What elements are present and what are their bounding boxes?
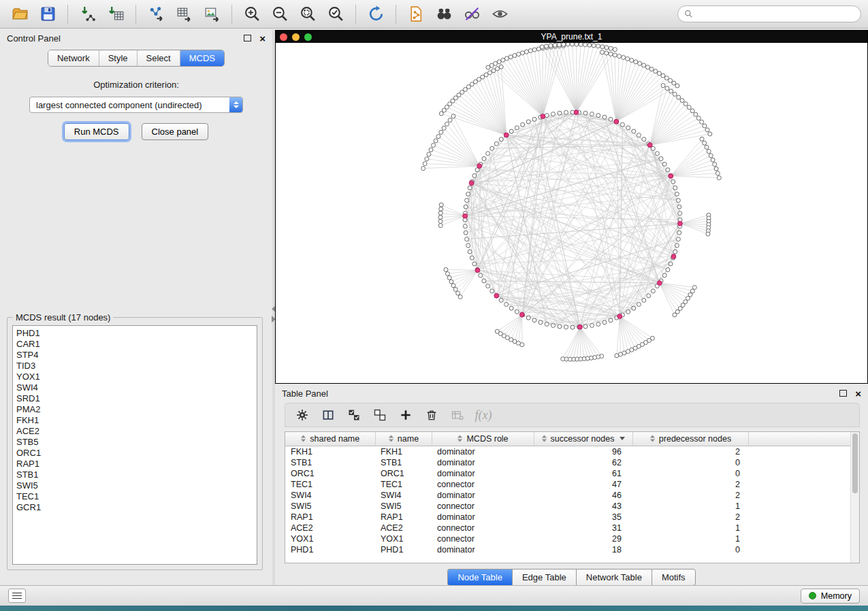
mcds-result-item[interactable]: SWI5 <box>16 480 253 491</box>
minimize-window-button[interactable] <box>292 33 300 41</box>
float-table-panel-button[interactable] <box>839 390 847 397</box>
tab-network-table[interactable]: Network Table <box>576 569 652 586</box>
mcds-result-item[interactable]: GCR1 <box>16 502 253 513</box>
import-network-button[interactable] <box>75 3 101 26</box>
right-area: YPA_prune.txt_1 Table Panel × <box>275 30 868 585</box>
tab-select[interactable]: Select <box>138 50 180 66</box>
table-cell-shared-name: ORC1 <box>285 468 375 479</box>
mcds-result-item[interactable]: ACE2 <box>16 426 253 437</box>
table-cell-filler <box>748 468 859 479</box>
table-settings-button[interactable] <box>292 405 312 425</box>
import-table-button[interactable] <box>103 3 129 26</box>
export-image-button[interactable] <box>199 3 225 26</box>
clone-network-button[interactable] <box>403 3 429 26</box>
close-window-button[interactable] <box>280 33 287 41</box>
close-panel-icon-button[interactable]: × <box>259 33 266 44</box>
table-row[interactable]: ORC1ORC1dominator610 <box>285 468 859 479</box>
zoom-out-button[interactable] <box>267 3 293 26</box>
table-scrollbar[interactable] <box>850 432 859 563</box>
criterion-dropdown[interactable]: largest connected component (undirected) <box>29 97 243 113</box>
network-canvas[interactable] <box>276 43 867 383</box>
table-cell-name: STB1 <box>375 457 432 468</box>
table-row[interactable]: SWI5SWI5connector431 <box>285 501 859 512</box>
mcds-result-item[interactable]: PHD1 <box>16 328 253 339</box>
tab-network[interactable]: Network <box>48 50 99 66</box>
column-header-shared-name[interactable]: shared name <box>285 432 375 446</box>
show-hide-graphics-button[interactable] <box>487 3 513 26</box>
toggle-graphics-details-button[interactable] <box>459 3 485 26</box>
deselect-all-icon <box>373 408 387 422</box>
tab-style[interactable]: Style <box>99 50 138 66</box>
function-builder-button[interactable]: f(x) <box>473 405 494 425</box>
mcds-result-item[interactable]: TEC1 <box>16 491 253 502</box>
menu-lines-icon <box>12 593 22 594</box>
first-neighbors-button[interactable] <box>431 3 457 26</box>
tab-edge-table[interactable]: Edge Table <box>512 569 576 586</box>
delete-column-button[interactable] <box>421 405 442 425</box>
save-session-button[interactable] <box>35 3 61 26</box>
close-table-panel-button[interactable]: × <box>855 389 861 399</box>
column-header-successor-nodes[interactable]: successor nodes <box>534 432 632 446</box>
search-input[interactable] <box>696 10 854 19</box>
tab-mcds[interactable]: MCDS <box>180 50 224 66</box>
table-scrollbar-thumb[interactable] <box>852 433 858 493</box>
table-cell-filler <box>748 479 859 490</box>
zoom-window-button[interactable] <box>304 33 312 41</box>
network-graph[interactable] <box>276 43 867 383</box>
table-row[interactable]: FKH1FKH1dominator962 <box>285 446 859 457</box>
table-row[interactable]: TEC1TEC1connector472 <box>285 479 859 490</box>
mcds-result-item[interactable]: ORC1 <box>16 448 253 459</box>
mcds-result-item[interactable]: FKH1 <box>16 415 253 426</box>
run-mcds-button[interactable]: Run MCDS <box>64 123 129 140</box>
table-row[interactable]: RAP1RAP1dominator352 <box>285 512 859 523</box>
mcds-result-item[interactable]: PMA2 <box>16 404 253 415</box>
table-panel-header: Table Panel × <box>275 385 868 401</box>
mcds-result-item[interactable]: RAP1 <box>16 459 253 469</box>
mcds-result-item[interactable]: STB5 <box>16 437 253 448</box>
toolbar-separator <box>135 5 136 24</box>
export-image-icon <box>204 5 221 22</box>
split-panel-button[interactable] <box>318 405 338 425</box>
table-cell-shared-name: SWI4 <box>285 490 375 501</box>
search-box[interactable] <box>677 5 861 22</box>
panels-menu-button[interactable] <box>8 589 26 603</box>
sort-icon <box>388 435 394 442</box>
table-row[interactable]: STB1STB1dominator620 <box>285 457 859 468</box>
table-row[interactable]: PHD1PHD1dominator180 <box>285 544 859 555</box>
open-session-button[interactable] <box>7 3 33 26</box>
mcds-result-title: MCDS result (17 nodes) <box>13 312 113 323</box>
tab-motifs[interactable]: Motifs <box>652 569 696 586</box>
table-row[interactable]: ACE2ACE2connector311 <box>285 523 859 533</box>
mcds-result-item[interactable]: CAR1 <box>16 339 253 350</box>
zoom-selected-button[interactable] <box>323 3 349 26</box>
mcds-result-item[interactable]: STB1 <box>16 469 253 480</box>
zoom-in-button[interactable] <box>239 3 265 26</box>
table-row[interactable]: YOX1YOX1connector291 <box>285 533 859 544</box>
export-table-button[interactable] <box>171 3 197 26</box>
mcds-result-item[interactable]: TID3 <box>16 361 253 371</box>
mcds-result-list[interactable]: PHD1CAR1STP4TID3YOX1SWI4SRD1PMA2FKH1ACE2… <box>12 325 257 565</box>
mcds-result-item[interactable]: SRD1 <box>16 393 253 404</box>
table-cell-mcds-role: dominator <box>432 490 534 501</box>
refresh-layout-button[interactable] <box>363 3 389 26</box>
zoom-fit-button[interactable] <box>295 3 321 26</box>
rename-column-button[interactable] <box>447 405 468 425</box>
memory-button[interactable]: Memory <box>801 589 860 604</box>
select-all-button[interactable] <box>344 405 364 425</box>
mcds-result-item[interactable]: STP4 <box>16 350 253 361</box>
mcds-result-item[interactable]: YOX1 <box>16 371 253 382</box>
import-network-icon <box>80 5 97 22</box>
table-row[interactable]: SWI4SWI4dominator462 <box>285 490 859 501</box>
deselect-all-button[interactable] <box>370 405 390 425</box>
column-header-predecessor-nodes[interactable]: predecessor nodes <box>632 432 748 446</box>
close-panel-button[interactable]: Close panel <box>142 123 209 140</box>
add-column-button[interactable] <box>396 405 416 425</box>
column-header-name[interactable]: name <box>375 432 432 446</box>
column-header-mcds-role[interactable]: MCDS role <box>432 432 534 446</box>
tab-node-table[interactable]: Node Table <box>447 569 512 586</box>
float-panel-button[interactable] <box>244 35 251 42</box>
mcds-result-item[interactable]: SWI4 <box>16 382 253 393</box>
export-network-button[interactable] <box>143 3 169 26</box>
table-cell-mcds-role: dominator <box>432 446 534 457</box>
table-cell-filler <box>748 501 859 512</box>
